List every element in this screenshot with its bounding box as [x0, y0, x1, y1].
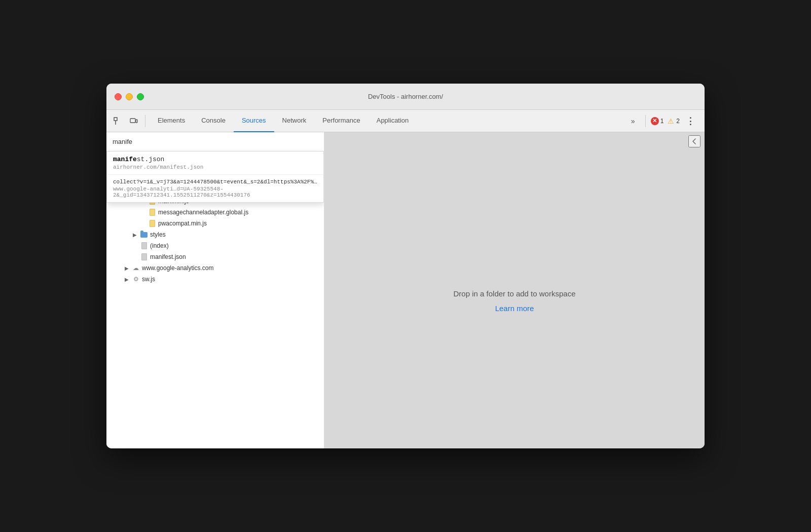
- warning-count-badge[interactable]: ⚠ 2: [667, 117, 680, 125]
- arrow-right-icon: ▶: [133, 232, 140, 238]
- toolbar-separator-1: [145, 115, 145, 127]
- more-tabs-button[interactable]: »: [626, 114, 640, 128]
- gear-icon: ⚙: [132, 275, 140, 283]
- tree-item-index[interactable]: (index): [106, 240, 324, 251]
- maximize-button[interactable]: [137, 93, 144, 100]
- traffic-lights: [115, 93, 144, 100]
- cloud-icon: ☁: [132, 264, 140, 272]
- right-panel-header: [324, 132, 705, 147]
- tree-item-messagechannel[interactable]: messagechanneladapter.global.js: [106, 207, 324, 218]
- error-icon: ✕: [651, 117, 659, 125]
- file-icon-gray: [140, 253, 148, 261]
- drop-workspace-text: Drop in a folder to add to workspace: [454, 289, 576, 298]
- devtools-window: DevTools - airhorner.com/ Elements Conso…: [106, 84, 705, 448]
- arrow-right-icon: ▶: [125, 277, 132, 282]
- tab-network[interactable]: Network: [274, 110, 315, 132]
- svg-rect-0: [114, 118, 117, 121]
- warning-icon: ⚠: [667, 117, 675, 125]
- sub-tabs: Page Filesystem manifest.json airhorner: [106, 132, 324, 149]
- main-tabs: Elements Console Sources Network Perform…: [150, 110, 624, 132]
- error-count-badge[interactable]: ✕ 1: [651, 117, 664, 125]
- inspect-element-button[interactable]: [110, 114, 125, 128]
- file-icon-gray: [140, 242, 148, 250]
- autocomplete-item-collect[interactable]: collect?v=1&_v=j73&a=1244478500&t=event&…: [107, 175, 323, 202]
- arrow-right-icon: ▶: [125, 265, 132, 271]
- right-panel: Drop in a folder to add to workspace Lea…: [324, 132, 705, 448]
- tab-application[interactable]: Application: [368, 110, 417, 132]
- collapse-panel-button[interactable]: [688, 135, 701, 147]
- toolbar-separator-2: [645, 115, 646, 127]
- tree-item-pwacompat[interactable]: pwacompat.min.js: [106, 218, 324, 229]
- main-toolbar: Elements Console Sources Network Perform…: [106, 110, 705, 132]
- tab-performance[interactable]: Performance: [314, 110, 368, 132]
- tab-sources[interactable]: Sources: [234, 110, 274, 132]
- tab-console[interactable]: Console: [193, 110, 234, 132]
- device-toggle-button[interactable]: [127, 114, 141, 128]
- title-bar: DevTools - airhorner.com/: [106, 84, 705, 110]
- toolbar-right: » ✕ 1 ⚠ 2 ⋮: [626, 113, 701, 129]
- file-icon-yellow: [148, 219, 156, 227]
- folder-icon: [140, 231, 148, 239]
- autocomplete-item-manifest[interactable]: manifest.json airhorner.com/manifest.jso…: [107, 151, 323, 175]
- learn-more-link[interactable]: Learn more: [495, 304, 534, 313]
- tree-item-google-analytics[interactable]: ▶ ☁ www.google-analytics.com: [106, 262, 324, 274]
- autocomplete-dropdown: manifest.json airhorner.com/manifest.jso…: [106, 151, 324, 203]
- close-button[interactable]: [115, 93, 122, 100]
- autocomplete-main-text: manifest.json: [113, 156, 317, 163]
- tree-item-styles[interactable]: ▶ styles: [106, 229, 324, 240]
- svg-rect-3: [136, 120, 137, 123]
- search-input[interactable]: [106, 132, 324, 151]
- autocomplete-collect-sub: www.google-analyti…d=UA-59325548-2&_gid=…: [113, 186, 317, 198]
- autocomplete-sub-text: airhorner.com/manifest.json: [113, 164, 317, 170]
- search-overlay: manifest.json airhorner.com/manifest.jso…: [106, 132, 324, 151]
- minimize-button[interactable]: [126, 93, 133, 100]
- left-panel: Page Filesystem manifest.json airhorner: [106, 132, 324, 448]
- file-icon-yellow: [148, 208, 156, 216]
- tree-item-sw[interactable]: ▶ ⚙ sw.js: [106, 274, 324, 285]
- main-content: Page Filesystem manifest.json airhorner: [106, 132, 705, 448]
- window-title: DevTools - airhorner.com/: [368, 93, 443, 100]
- tree-item-manifest[interactable]: manifest.json: [106, 251, 324, 262]
- tab-elements[interactable]: Elements: [150, 110, 193, 132]
- autocomplete-collect-main: collect?v=1&_v=j73&a=1244478500&t=event&…: [113, 179, 317, 185]
- svg-rect-2: [130, 119, 135, 123]
- more-options-button[interactable]: ⋮: [683, 113, 698, 129]
